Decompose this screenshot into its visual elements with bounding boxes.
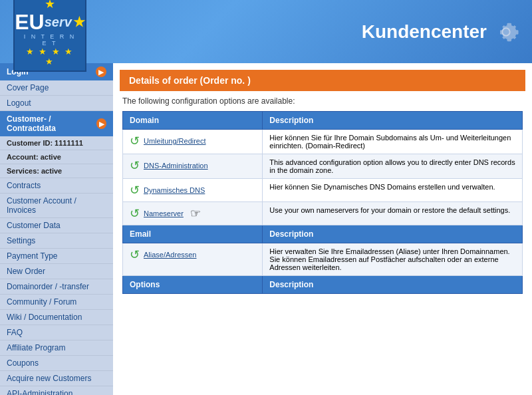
domain-cell: ↺ DNS-Administration xyxy=(123,154,263,179)
sidebar-item-customer-data[interactable]: Customer Data xyxy=(0,218,113,233)
logo-area: ★ EU serv ★ I N T E R N E T ★ ★ ★ ★ ★ xyxy=(13,0,86,72)
table-row: ↺ Umleitung/Redirect Hier können Sie für… xyxy=(123,130,523,154)
order-header: Details of order (Order no. ) xyxy=(120,70,525,91)
green-arrow-icon: ↺ xyxy=(130,158,140,173)
green-arrow-icon: ↺ xyxy=(130,247,140,262)
dns-admin-link[interactable]: DNS-Administration xyxy=(144,162,208,170)
email-column-header: Email xyxy=(123,225,263,243)
intro-text: The following configuration options are … xyxy=(113,96,532,111)
sidebar-section-customer[interactable]: Customer- / Contractdata ▶ xyxy=(0,111,113,136)
sidebar-item-logout[interactable]: Logout xyxy=(0,96,113,111)
description-cell: Hier können Sie Dynamisches DNS Domains … xyxy=(263,179,523,202)
customer-id: Customer ID: 1111111 xyxy=(0,136,113,150)
aliase-adressen-link[interactable]: Aliase/Adressen xyxy=(144,251,197,259)
dynamic-dns-link[interactable]: Dynamisches DNS xyxy=(144,186,205,194)
options-section-header-row: Options Description xyxy=(123,276,523,294)
table-row: ↺ DNS-Administration This advanced confi… xyxy=(123,154,523,179)
kundencenter-label: Kundencenter xyxy=(362,21,487,43)
layout: Login ▶ Cover Page Logout Customer- / Co… xyxy=(0,63,532,395)
sidebar-item-settings[interactable]: Settings xyxy=(0,233,113,249)
green-arrow-icon: ↺ xyxy=(130,134,140,148)
domain-cell: ↺ Dynamisches DNS xyxy=(123,179,263,202)
description-cell: Use your own nameservers for your domain… xyxy=(263,202,523,225)
table-header-row: Domain Description xyxy=(123,112,523,130)
logo-box: ★ EU serv ★ I N T E R N E T ★ ★ ★ ★ ★ xyxy=(13,0,86,72)
email-description-header: Description xyxy=(263,225,523,243)
sidebar-item-payment-type[interactable]: Payment Type xyxy=(0,249,113,264)
nameserver-link[interactable]: Nameserver xyxy=(144,209,184,217)
domain-column-header: Domain xyxy=(123,112,263,130)
description-cell: This advanced configuration option allow… xyxy=(263,154,523,179)
logo-text: EU serv ★ xyxy=(15,11,85,33)
umleitung-link[interactable]: Umleitung/Redirect xyxy=(144,137,206,145)
options-column-header: Options xyxy=(123,276,263,294)
green-arrow-icon: ↺ xyxy=(130,183,140,198)
header-title: Kundencenter xyxy=(362,19,519,45)
customer-section-label: Customer- / Contractdata xyxy=(7,114,96,133)
services-status: Services: active xyxy=(0,164,113,178)
logo-stars-bottom: ★ ★ ★ ★ ★ xyxy=(20,47,80,66)
logo-internet: I N T E R N E T xyxy=(20,33,80,47)
gear-icon xyxy=(493,19,519,45)
sidebar-item-customer-account[interactable]: Customer Account / Invoices xyxy=(0,194,113,218)
main-content: Details of order (Order no. ) The follow… xyxy=(113,63,532,395)
description-column-header: Description xyxy=(263,112,523,130)
email-section-header-row: Email Description xyxy=(123,225,523,243)
description-cell: Hier können Sie für Ihre Domain Subdomai… xyxy=(263,130,523,154)
options-description-header: Description xyxy=(263,276,523,294)
table-row: ↺ Dynamisches DNS Hier können Sie Dynami… xyxy=(123,179,523,202)
sidebar-item-cover-page[interactable]: Cover Page xyxy=(0,80,113,96)
description-cell: Hier verwalten Sie Ihre Emailadressen (A… xyxy=(263,243,523,276)
green-arrow-icon: ↺ xyxy=(130,206,140,221)
domain-cell: ↺ Nameserver ☞ xyxy=(123,202,263,225)
sidebar-item-community-forum[interactable]: Community / Forum xyxy=(0,295,113,310)
domain-cell: ↺ Umleitung/Redirect xyxy=(123,130,263,154)
sidebar-item-contracts[interactable]: Contracts xyxy=(0,178,113,194)
sidebar-item-faq[interactable]: FAQ xyxy=(0,325,113,340)
customer-section-arrow-icon: ▶ xyxy=(96,118,106,129)
sidebar-item-api-admin[interactable]: API-Administration xyxy=(0,386,113,395)
login-arrow-icon: ▶ xyxy=(96,66,106,77)
sidebar-item-acquire-customers[interactable]: Acquire new Customers xyxy=(0,371,113,386)
domain-cell: ↺ Aliase/Adressen xyxy=(123,243,263,276)
sidebar-item-wiki[interactable]: Wiki / Documentation xyxy=(0,310,113,325)
logo-star-top: ★ xyxy=(45,0,55,11)
account-status: Account: active xyxy=(0,150,113,164)
table-row: ↺ Nameserver ☞ Use your own nameservers … xyxy=(123,202,523,225)
table-row: ↺ Aliase/Adressen Hier verwalten Sie Ihr… xyxy=(123,243,523,276)
header: ★ EU serv ★ I N T E R N E T ★ ★ ★ ★ ★ Ku… xyxy=(0,0,532,63)
sidebar-item-coupons[interactable]: Coupons xyxy=(0,356,113,371)
config-table: Domain Description ↺ Umleitung/Redirect xyxy=(122,111,523,294)
sidebar: Login ▶ Cover Page Logout Customer- / Co… xyxy=(0,63,113,395)
sidebar-item-domain-order[interactable]: Domainorder / -transfer xyxy=(0,279,113,295)
sidebar-item-new-order[interactable]: New Order xyxy=(0,264,113,279)
hand-cursor-icon: ☞ xyxy=(190,206,201,221)
sidebar-item-affiliate[interactable]: Affiliate Program xyxy=(0,340,113,356)
